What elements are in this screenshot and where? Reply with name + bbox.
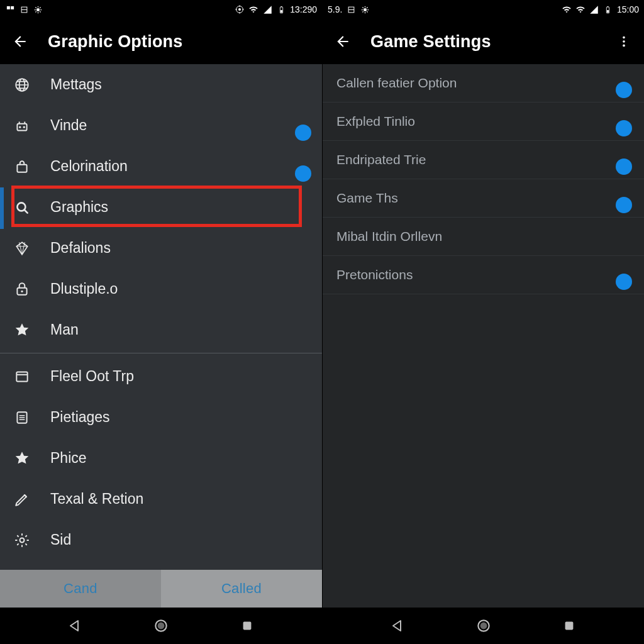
- window-icon: [13, 367, 31, 386]
- page-title: Graphic Options: [48, 32, 183, 52]
- active-indicator: [0, 187, 4, 229]
- wifi-icon: [562, 4, 572, 14]
- list-item-label: Man: [50, 321, 309, 338]
- robot-icon: [13, 116, 31, 135]
- status-time: 15:00: [617, 4, 639, 14]
- star-icon: [13, 449, 31, 468]
- list-item[interactable]: Pietiages: [0, 397, 322, 438]
- list-item-label: Fleel Oot Trp: [50, 368, 309, 385]
- list-item[interactable]: Fleel Oot Trp: [0, 356, 322, 397]
- list-item[interactable]: Celorination: [0, 146, 322, 187]
- list-item-label: Dlustiple.o: [50, 280, 309, 297]
- signal-icon: [589, 4, 599, 14]
- status-text: 5.9.: [328, 4, 342, 14]
- list-item[interactable]: Exfpled Tinlio: [323, 103, 644, 141]
- list-item-label: Vinde: [50, 117, 291, 134]
- list-item-label: Defalions: [50, 240, 309, 257]
- status-gear-icon: [33, 4, 43, 14]
- diamond-icon: [13, 239, 31, 258]
- list-item-label: Pietiages: [50, 409, 309, 426]
- list-item[interactable]: Vinde: [0, 105, 322, 146]
- battery-icon: [603, 4, 613, 14]
- nav-recent-button[interactable]: [558, 614, 580, 637]
- cancel-button[interactable]: Cand: [0, 570, 161, 608]
- battery-icon: [276, 4, 286, 14]
- pencil-icon: [13, 490, 31, 509]
- list-item[interactable]: Phice: [0, 438, 322, 479]
- nav-recent-button[interactable]: [236, 614, 258, 637]
- nav-home-button[interactable]: [150, 614, 172, 637]
- app-bar: Game Settings: [323, 19, 644, 64]
- list-item[interactable]: Graphics: [0, 187, 322, 228]
- android-nav-bar: [0, 608, 322, 644]
- list-item[interactable]: Dlustiple.o: [0, 269, 322, 309]
- wifi-icon: [575, 4, 586, 14]
- nav-back-button[interactable]: [64, 614, 86, 637]
- status-time: 13:290: [290, 4, 317, 14]
- package-icon: [13, 157, 31, 176]
- list-item[interactable]: Endripated Trie: [323, 141, 644, 179]
- divider: [0, 353, 322, 353]
- page-title: Game Settings: [370, 32, 491, 52]
- star-icon: [13, 321, 31, 340]
- list-item-label: Celorination: [50, 158, 291, 175]
- list-item-label: Pretonictions: [336, 267, 413, 282]
- back-button[interactable]: [11, 33, 29, 50]
- back-button[interactable]: [334, 33, 352, 50]
- list-item-label: Exfpled Tinlio: [336, 114, 415, 129]
- list-item[interactable]: Mettags: [0, 64, 322, 105]
- wifi-icon: [248, 4, 258, 14]
- list-item[interactable]: Texal & Retion: [0, 479, 322, 519]
- list-item[interactable]: Pretonictions: [323, 256, 644, 294]
- list-item-label: Sid: [50, 531, 309, 548]
- status-bar: 13:290: [0, 0, 322, 19]
- list-item[interactable]: Callen featier Option: [323, 64, 644, 103]
- list-item-label: Game Ths: [336, 191, 398, 206]
- list-item-label: Mettags: [50, 76, 309, 93]
- list-item-label: Graphics: [50, 199, 309, 216]
- list-item[interactable]: Mibal Itdin Orllevn: [323, 218, 644, 256]
- action-bar: Cand Called: [0, 570, 322, 608]
- settings-list: Callen featier OptionExfpled TinlioEndri…: [323, 64, 644, 608]
- gear-icon: [13, 531, 31, 550]
- android-nav-bar: [323, 608, 644, 644]
- settings-list: MettagsVindeCelorinationGraphicsDefalion…: [0, 64, 322, 570]
- app-bar: Graphic Options: [0, 19, 322, 64]
- phone-left: 13:290 Graphic Options MettagsVindeCelor…: [0, 0, 322, 644]
- list-item-label: Callen featier Option: [336, 75, 457, 91]
- status-icon: [5, 4, 15, 14]
- phone-right: 5.9. 15:00 Game Settings Calle: [322, 0, 644, 644]
- signal-icon: [262, 4, 272, 14]
- list-item[interactable]: Defalions: [0, 228, 322, 269]
- list-item[interactable]: Game Ths: [323, 179, 644, 218]
- search-icon: [13, 198, 31, 217]
- nav-back-button[interactable]: [386, 614, 409, 637]
- lock-icon: [13, 280, 31, 299]
- list-item-label: Texal & Retion: [50, 491, 309, 508]
- list-item[interactable]: Sid: [0, 519, 322, 560]
- list-icon: [13, 408, 31, 427]
- status-icon: [19, 4, 29, 14]
- list-item[interactable]: Man: [0, 309, 322, 350]
- status-bar: 5.9. 15:00: [323, 0, 644, 19]
- list-item-label: Mibal Itdin Orllevn: [336, 229, 442, 244]
- status-icon: [346, 4, 356, 14]
- globe-icon: [13, 75, 31, 94]
- list-item-label: Endripated Trie: [336, 152, 426, 167]
- confirm-button[interactable]: Called: [161, 570, 322, 608]
- list-item-label: Phice: [50, 450, 309, 467]
- status-gear-icon: [360, 4, 370, 14]
- target-icon: [235, 4, 245, 14]
- nav-home-button[interactable]: [472, 614, 495, 637]
- overflow-menu-button[interactable]: [615, 33, 633, 50]
